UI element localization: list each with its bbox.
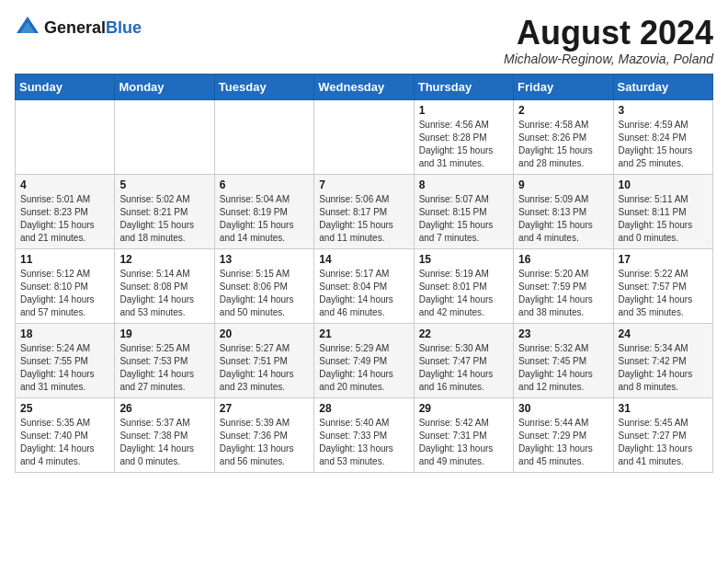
calendar-day-7: 7Sunrise: 5:06 AM Sunset: 8:17 PM Daylig… (314, 174, 414, 248)
day-info: Sunrise: 5:32 AM Sunset: 7:45 PM Dayligh… (518, 342, 608, 394)
day-info: Sunrise: 4:58 AM Sunset: 8:26 PM Dayligh… (518, 119, 608, 170)
day-number: 29 (419, 402, 508, 415)
calendar-empty-cell (115, 99, 214, 174)
day-number: 31 (619, 402, 708, 415)
calendar-day-18: 18Sunrise: 5:24 AM Sunset: 7:55 PM Dayli… (16, 323, 115, 397)
calendar-day-14: 14Sunrise: 5:17 AM Sunset: 8:04 PM Dayli… (314, 248, 414, 323)
calendar-day-13: 13Sunrise: 5:15 AM Sunset: 8:06 PM Dayli… (214, 248, 313, 323)
calendar-day-20: 20Sunrise: 5:27 AM Sunset: 7:51 PM Dayli… (214, 323, 313, 397)
day-info: Sunrise: 5:39 AM Sunset: 7:36 PM Dayligh… (220, 417, 309, 468)
calendar-day-3: 3Sunrise: 4:59 AM Sunset: 8:24 PM Daylig… (613, 99, 712, 174)
month-year-title: August 2024 (504, 15, 713, 52)
day-info: Sunrise: 5:27 AM Sunset: 7:51 PM Dayligh… (220, 342, 309, 394)
calendar-empty-cell (314, 99, 414, 174)
calendar-day-5: 5Sunrise: 5:02 AM Sunset: 8:21 PM Daylig… (115, 174, 214, 248)
day-info: Sunrise: 5:45 AM Sunset: 7:27 PM Dayligh… (619, 417, 708, 468)
calendar-day-16: 16Sunrise: 5:20 AM Sunset: 7:59 PM Dayli… (514, 248, 613, 323)
calendar-day-29: 29Sunrise: 5:42 AM Sunset: 7:31 PM Dayli… (414, 397, 513, 472)
day-number: 8 (419, 178, 508, 191)
day-number: 2 (518, 104, 608, 117)
weekday-header-sunday: Sunday (16, 74, 115, 99)
day-number: 20 (220, 327, 309, 340)
day-info: Sunrise: 5:40 AM Sunset: 7:33 PM Dayligh… (319, 417, 408, 468)
day-number: 30 (518, 402, 608, 415)
calendar-empty-cell (214, 99, 313, 174)
day-number: 26 (119, 402, 209, 415)
calendar-day-17: 17Sunrise: 5:22 AM Sunset: 7:57 PM Dayli… (613, 248, 712, 323)
calendar-day-10: 10Sunrise: 5:11 AM Sunset: 8:11 PM Dayli… (613, 174, 712, 248)
day-info: Sunrise: 5:15 AM Sunset: 8:06 PM Dayligh… (220, 268, 309, 319)
day-number: 3 (619, 104, 708, 117)
day-info: Sunrise: 5:30 AM Sunset: 7:47 PM Dayligh… (419, 342, 508, 394)
day-number: 27 (220, 402, 309, 415)
day-info: Sunrise: 5:34 AM Sunset: 7:42 PM Dayligh… (619, 342, 708, 394)
calendar-day-28: 28Sunrise: 5:40 AM Sunset: 7:33 PM Dayli… (314, 397, 414, 472)
day-info: Sunrise: 5:07 AM Sunset: 8:15 PM Dayligh… (419, 193, 508, 245)
day-number: 28 (319, 402, 408, 415)
day-number: 12 (119, 253, 209, 266)
day-info: Sunrise: 5:14 AM Sunset: 8:08 PM Dayligh… (119, 268, 209, 319)
day-number: 9 (518, 178, 608, 191)
weekday-header-saturday: Saturday (613, 74, 712, 99)
calendar-day-6: 6Sunrise: 5:04 AM Sunset: 8:19 PM Daylig… (214, 174, 313, 248)
day-number: 19 (119, 327, 209, 340)
calendar-day-9: 9Sunrise: 5:09 AM Sunset: 8:13 PM Daylig… (514, 174, 613, 248)
calendar-day-24: 24Sunrise: 5:34 AM Sunset: 7:42 PM Dayli… (613, 323, 712, 397)
day-number: 21 (319, 327, 408, 340)
weekday-header-wednesday: Wednesday (314, 74, 414, 99)
day-info: Sunrise: 5:17 AM Sunset: 8:04 PM Dayligh… (319, 268, 408, 319)
day-info: Sunrise: 4:59 AM Sunset: 8:24 PM Dayligh… (619, 119, 708, 170)
logo-text-blue: Blue (106, 18, 142, 37)
day-number: 5 (119, 178, 209, 191)
day-number: 16 (518, 253, 608, 266)
logo-icon (15, 15, 40, 40)
day-number: 24 (619, 327, 708, 340)
day-number: 25 (20, 402, 109, 415)
day-info: Sunrise: 5:29 AM Sunset: 7:49 PM Dayligh… (319, 342, 408, 394)
calendar-day-19: 19Sunrise: 5:25 AM Sunset: 7:53 PM Dayli… (115, 323, 214, 397)
calendar-day-25: 25Sunrise: 5:35 AM Sunset: 7:40 PM Dayli… (16, 397, 115, 472)
day-info: Sunrise: 5:04 AM Sunset: 8:19 PM Dayligh… (220, 193, 309, 245)
day-number: 22 (419, 327, 508, 340)
day-info: Sunrise: 5:11 AM Sunset: 8:11 PM Dayligh… (619, 193, 708, 245)
day-number: 18 (20, 327, 109, 340)
location-subtitle: Michalow-Reginow, Mazovia, Poland (504, 52, 713, 66)
logo: GeneralBlue (15, 15, 142, 40)
calendar-table: SundayMondayTuesdayWednesdayThursdayFrid… (15, 74, 713, 473)
day-number: 23 (518, 327, 608, 340)
weekday-header-row: SundayMondayTuesdayWednesdayThursdayFrid… (16, 74, 713, 99)
calendar-day-12: 12Sunrise: 5:14 AM Sunset: 8:08 PM Dayli… (115, 248, 214, 323)
day-info: Sunrise: 5:01 AM Sunset: 8:23 PM Dayligh… (20, 193, 109, 245)
day-info: Sunrise: 5:22 AM Sunset: 7:57 PM Dayligh… (619, 268, 708, 319)
calendar-day-30: 30Sunrise: 5:44 AM Sunset: 7:29 PM Dayli… (514, 397, 613, 472)
weekday-header-tuesday: Tuesday (214, 74, 313, 99)
page-header: GeneralBlue August 2024 Michalow-Reginow… (15, 15, 713, 66)
weekday-header-friday: Friday (514, 74, 613, 99)
calendar-day-11: 11Sunrise: 5:12 AM Sunset: 8:10 PM Dayli… (16, 248, 115, 323)
day-number: 10 (619, 178, 708, 191)
day-number: 11 (20, 253, 109, 266)
day-info: Sunrise: 5:20 AM Sunset: 7:59 PM Dayligh… (518, 268, 608, 319)
calendar-week-row: 25Sunrise: 5:35 AM Sunset: 7:40 PM Dayli… (16, 397, 713, 472)
day-info: Sunrise: 5:12 AM Sunset: 8:10 PM Dayligh… (20, 268, 109, 319)
day-number: 7 (319, 178, 408, 191)
calendar-day-1: 1Sunrise: 4:56 AM Sunset: 8:28 PM Daylig… (414, 99, 513, 174)
day-info: Sunrise: 5:02 AM Sunset: 8:21 PM Dayligh… (119, 193, 209, 245)
calendar-week-row: 18Sunrise: 5:24 AM Sunset: 7:55 PM Dayli… (16, 323, 713, 397)
calendar-day-21: 21Sunrise: 5:29 AM Sunset: 7:49 PM Dayli… (314, 323, 414, 397)
day-number: 1 (419, 104, 508, 117)
calendar-empty-cell (16, 99, 115, 174)
calendar-week-row: 4Sunrise: 5:01 AM Sunset: 8:23 PM Daylig… (16, 174, 713, 248)
calendar-week-row: 11Sunrise: 5:12 AM Sunset: 8:10 PM Dayli… (16, 248, 713, 323)
day-info: Sunrise: 5:25 AM Sunset: 7:53 PM Dayligh… (119, 342, 209, 394)
title-area: August 2024 Michalow-Reginow, Mazovia, P… (504, 15, 713, 66)
day-info: Sunrise: 5:44 AM Sunset: 7:29 PM Dayligh… (518, 417, 608, 468)
calendar-day-26: 26Sunrise: 5:37 AM Sunset: 7:38 PM Dayli… (115, 397, 214, 472)
day-info: Sunrise: 4:56 AM Sunset: 8:28 PM Dayligh… (419, 119, 508, 170)
calendar-day-15: 15Sunrise: 5:19 AM Sunset: 8:01 PM Dayli… (414, 248, 513, 323)
day-number: 6 (220, 178, 309, 191)
day-info: Sunrise: 5:24 AM Sunset: 7:55 PM Dayligh… (20, 342, 109, 394)
calendar-day-8: 8Sunrise: 5:07 AM Sunset: 8:15 PM Daylig… (414, 174, 513, 248)
calendar-week-row: 1Sunrise: 4:56 AM Sunset: 8:28 PM Daylig… (16, 99, 713, 174)
day-info: Sunrise: 5:06 AM Sunset: 8:17 PM Dayligh… (319, 193, 408, 245)
